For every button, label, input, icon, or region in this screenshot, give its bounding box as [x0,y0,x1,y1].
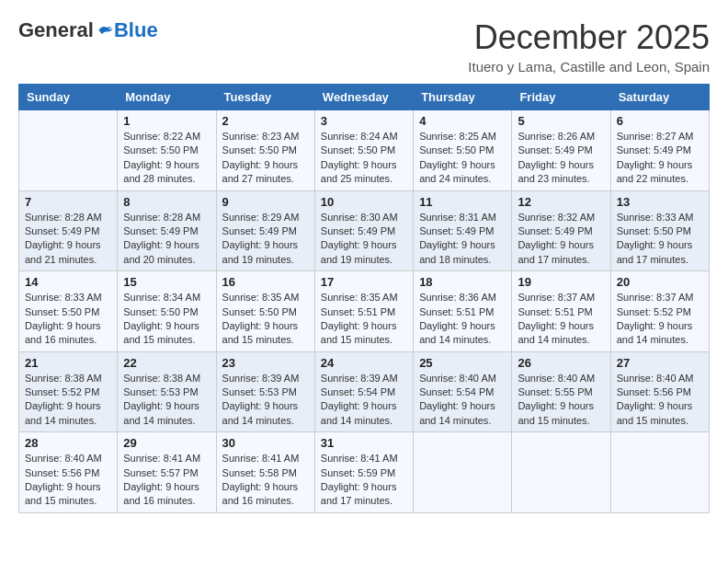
daylight-text: Daylight: 9 hours and 15 minutes. [518,399,604,428]
day-number: 14 [25,275,111,289]
sunset-text: Sunset: 5:53 PM [123,385,210,399]
sunset-text: Sunset: 5:51 PM [419,305,506,319]
cell-info: Sunrise: 8:36 AMSunset: 5:51 PMDaylight:… [419,291,506,348]
daylight-text: Daylight: 9 hours and 16 minutes. [25,319,111,348]
calendar-cell: 24Sunrise: 8:39 AMSunset: 5:54 PMDayligh… [314,351,413,432]
sunrise-text: Sunrise: 8:40 AM [518,372,604,385]
title-block: December 2025 Ituero y Lama, Castille an… [468,18,710,75]
sunrise-text: Sunrise: 8:23 AM [222,130,309,144]
sunrise-text: Sunrise: 8:28 AM [25,211,111,224]
col-header-tuesday: Tuesday [216,85,314,110]
calendar-cell: 22Sunrise: 8:38 AMSunset: 5:53 PMDayligh… [118,351,216,432]
sunrise-text: Sunrise: 8:39 AM [222,372,309,385]
cell-info: Sunrise: 8:32 AMSunset: 5:49 PMDaylight:… [518,211,604,268]
daylight-text: Daylight: 9 hours and 20 minutes. [123,238,210,267]
cell-info: Sunrise: 8:38 AMSunset: 5:53 PMDaylight:… [123,372,210,429]
col-header-sunday: Sunday [19,85,118,110]
sunrise-text: Sunrise: 8:35 AM [222,291,309,304]
day-number: 12 [518,195,604,209]
calendar-cell: 28Sunrise: 8:40 AMSunset: 5:56 PMDayligh… [19,432,118,513]
sunset-text: Sunset: 5:49 PM [321,224,407,238]
day-number: 1 [123,114,210,128]
cell-info: Sunrise: 8:22 AMSunset: 5:50 PMDaylight:… [123,130,210,187]
sunrise-text: Sunrise: 8:26 AM [518,130,604,144]
daylight-text: Daylight: 9 hours and 16 minutes. [123,480,210,509]
cell-info: Sunrise: 8:39 AMSunset: 5:53 PMDaylight:… [222,372,309,429]
cell-info: Sunrise: 8:35 AMSunset: 5:51 PMDaylight:… [321,291,407,348]
sunrise-text: Sunrise: 8:41 AM [222,452,309,465]
daylight-text: Daylight: 9 hours and 21 minutes. [25,238,111,267]
daylight-text: Daylight: 9 hours and 14 minutes. [123,399,210,428]
sunset-text: Sunset: 5:52 PM [25,385,111,399]
sunrise-text: Sunrise: 8:29 AM [222,211,309,224]
calendar-cell: 13Sunrise: 8:33 AMSunset: 5:50 PMDayligh… [610,190,709,271]
calendar-cell: 16Sunrise: 8:35 AMSunset: 5:50 PMDayligh… [216,271,314,352]
sunrise-text: Sunrise: 8:22 AM [123,130,210,144]
calendar-cell: 12Sunrise: 8:32 AMSunset: 5:49 PMDayligh… [512,190,610,271]
col-header-wednesday: Wednesday [314,85,413,110]
day-number: 27 [617,356,703,370]
sunset-text: Sunset: 5:50 PM [617,224,703,238]
sunrise-text: Sunrise: 8:33 AM [617,211,703,224]
daylight-text: Daylight: 9 hours and 23 minutes. [518,158,604,187]
sunset-text: Sunset: 5:49 PM [419,224,506,238]
calendar-cell: 8Sunrise: 8:28 AMSunset: 5:49 PMDaylight… [118,190,216,271]
day-number: 20 [617,275,703,289]
daylight-text: Daylight: 9 hours and 14 minutes. [518,319,604,348]
day-number: 23 [222,356,309,370]
sunset-text: Sunset: 5:49 PM [518,224,604,238]
cell-info: Sunrise: 8:33 AMSunset: 5:50 PMDaylight:… [617,211,703,268]
calendar-cell: 1Sunrise: 8:22 AMSunset: 5:50 PMDaylight… [118,110,216,191]
daylight-text: Daylight: 9 hours and 25 minutes. [321,158,407,187]
day-number: 8 [123,195,210,209]
cell-info: Sunrise: 8:26 AMSunset: 5:49 PMDaylight:… [518,130,604,187]
day-number: 19 [518,275,604,289]
calendar-cell: 27Sunrise: 8:40 AMSunset: 5:56 PMDayligh… [610,351,709,432]
calendar-cell: 4Sunrise: 8:25 AMSunset: 5:50 PMDaylight… [414,110,512,191]
calendar-cell [414,432,512,513]
col-header-monday: Monday [118,85,216,110]
calendar-cell: 26Sunrise: 8:40 AMSunset: 5:55 PMDayligh… [512,351,610,432]
sunset-text: Sunset: 5:50 PM [419,144,506,157]
sunrise-text: Sunrise: 8:34 AM [123,291,210,304]
calendar-cell: 6Sunrise: 8:27 AMSunset: 5:49 PMDaylight… [610,110,709,191]
day-number: 24 [321,356,407,370]
calendar-cell: 5Sunrise: 8:26 AMSunset: 5:49 PMDaylight… [512,110,610,191]
daylight-text: Daylight: 9 hours and 28 minutes. [123,158,210,187]
sunset-text: Sunset: 5:54 PM [419,385,506,399]
cell-info: Sunrise: 8:38 AMSunset: 5:52 PMDaylight:… [25,372,111,429]
day-number: 30 [222,436,309,450]
cell-info: Sunrise: 8:24 AMSunset: 5:50 PMDaylight:… [321,130,407,187]
daylight-text: Daylight: 9 hours and 19 minutes. [321,238,407,267]
sunrise-text: Sunrise: 8:41 AM [321,452,407,465]
calendar-cell: 29Sunrise: 8:41 AMSunset: 5:57 PMDayligh… [118,432,216,513]
daylight-text: Daylight: 9 hours and 22 minutes. [617,158,703,187]
cell-info: Sunrise: 8:41 AMSunset: 5:57 PMDaylight:… [123,452,210,509]
day-number: 17 [321,275,407,289]
sunset-text: Sunset: 5:51 PM [518,305,604,319]
sunset-text: Sunset: 5:52 PM [617,305,703,319]
day-number: 26 [518,356,604,370]
sunset-text: Sunset: 5:50 PM [123,305,210,319]
calendar-cell: 3Sunrise: 8:24 AMSunset: 5:50 PMDaylight… [314,110,413,191]
day-number: 31 [321,436,407,450]
cell-info: Sunrise: 8:35 AMSunset: 5:50 PMDaylight:… [222,291,309,348]
sunset-text: Sunset: 5:57 PM [123,466,210,480]
cell-info: Sunrise: 8:37 AMSunset: 5:51 PMDaylight:… [518,291,604,348]
sunrise-text: Sunrise: 8:39 AM [321,372,407,385]
day-number: 21 [25,356,111,370]
daylight-text: Daylight: 9 hours and 24 minutes. [419,158,506,187]
week-row-5: 28Sunrise: 8:40 AMSunset: 5:56 PMDayligh… [19,432,710,513]
cell-info: Sunrise: 8:28 AMSunset: 5:49 PMDaylight:… [123,211,210,268]
daylight-text: Daylight: 9 hours and 19 minutes. [222,238,309,267]
calendar-cell: 30Sunrise: 8:41 AMSunset: 5:58 PMDayligh… [216,432,314,513]
logo: General Blue [18,18,158,42]
cell-info: Sunrise: 8:34 AMSunset: 5:50 PMDaylight:… [123,291,210,348]
sunset-text: Sunset: 5:49 PM [25,224,111,238]
sunrise-text: Sunrise: 8:37 AM [518,291,604,304]
day-number: 13 [617,195,703,209]
daylight-text: Daylight: 9 hours and 14 minutes. [419,399,506,428]
cell-info: Sunrise: 8:37 AMSunset: 5:52 PMDaylight:… [617,291,703,348]
sunrise-text: Sunrise: 8:41 AM [123,452,210,465]
sunset-text: Sunset: 5:50 PM [25,305,111,319]
